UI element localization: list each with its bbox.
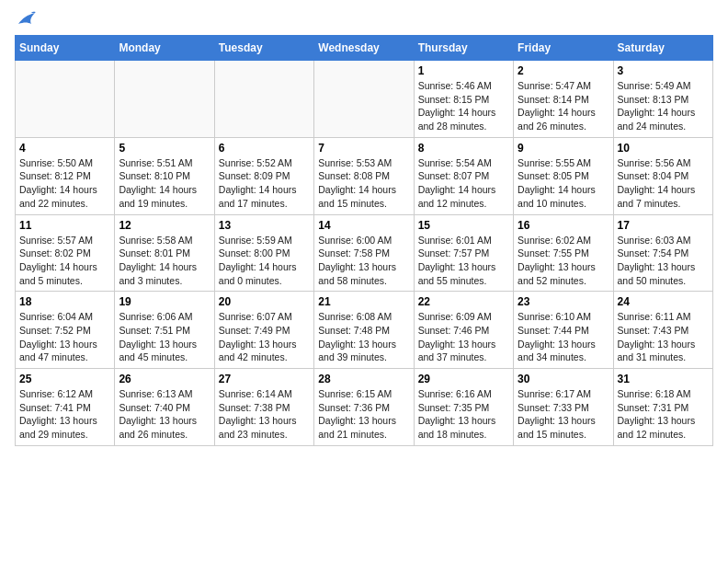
day-info: Sunrise: 5:55 AM Sunset: 8:05 PM Dayligh… bbox=[518, 156, 609, 211]
weekday-header: Wednesday bbox=[314, 36, 414, 61]
calendar-cell: 31Sunrise: 6:18 AM Sunset: 7:31 PM Dayli… bbox=[613, 369, 712, 446]
day-number: 26 bbox=[119, 373, 210, 385]
calendar-week-row: 4Sunrise: 5:50 AM Sunset: 8:12 PM Daylig… bbox=[16, 137, 713, 214]
weekday-header: Thursday bbox=[414, 36, 513, 61]
day-number: 3 bbox=[618, 64, 709, 77]
day-number: 23 bbox=[518, 295, 609, 308]
calendar-header-row: SundayMondayTuesdayWednesdayThursdayFrid… bbox=[16, 36, 713, 61]
calendar-cell: 12Sunrise: 5:58 AM Sunset: 8:01 PM Dayli… bbox=[115, 214, 214, 292]
calendar-cell: 9Sunrise: 5:55 AM Sunset: 8:05 PM Daylig… bbox=[514, 137, 613, 214]
day-info: Sunrise: 5:57 AM Sunset: 8:02 PM Dayligh… bbox=[19, 234, 110, 288]
day-number: 24 bbox=[618, 295, 709, 308]
calendar-cell bbox=[115, 61, 214, 138]
day-info: Sunrise: 6:04 AM Sunset: 7:52 PM Dayligh… bbox=[19, 310, 110, 364]
day-number: 11 bbox=[19, 219, 110, 232]
weekday-header: Sunday bbox=[16, 36, 115, 61]
day-info: Sunrise: 5:56 AM Sunset: 8:04 PM Dayligh… bbox=[618, 156, 709, 211]
day-number: 16 bbox=[518, 219, 609, 232]
calendar-week-row: 25Sunrise: 6:12 AM Sunset: 7:41 PM Dayli… bbox=[16, 369, 713, 446]
calendar-cell: 27Sunrise: 6:14 AM Sunset: 7:38 PM Dayli… bbox=[214, 369, 313, 446]
day-info: Sunrise: 5:49 AM Sunset: 8:13 PM Dayligh… bbox=[618, 79, 709, 133]
calendar-cell bbox=[16, 61, 115, 138]
day-number: 19 bbox=[119, 295, 210, 308]
calendar-cell: 18Sunrise: 6:04 AM Sunset: 7:52 PM Dayli… bbox=[16, 292, 115, 369]
weekday-header: Friday bbox=[514, 36, 613, 61]
day-info: Sunrise: 6:18 AM Sunset: 7:31 PM Dayligh… bbox=[618, 387, 709, 442]
calendar-cell: 26Sunrise: 6:13 AM Sunset: 7:40 PM Dayli… bbox=[115, 369, 214, 446]
day-info: Sunrise: 5:54 AM Sunset: 8:07 PM Dayligh… bbox=[418, 156, 509, 211]
day-number: 21 bbox=[318, 295, 409, 308]
day-number: 9 bbox=[518, 142, 609, 155]
calendar-cell: 25Sunrise: 6:12 AM Sunset: 7:41 PM Dayli… bbox=[16, 369, 115, 446]
calendar-cell: 13Sunrise: 5:59 AM Sunset: 8:00 PM Dayli… bbox=[214, 214, 313, 292]
calendar-cell: 7Sunrise: 5:53 AM Sunset: 8:08 PM Daylig… bbox=[314, 137, 414, 214]
day-number: 30 bbox=[518, 373, 609, 385]
calendar-week-row: 11Sunrise: 5:57 AM Sunset: 8:02 PM Dayli… bbox=[16, 214, 713, 292]
day-info: Sunrise: 5:53 AM Sunset: 8:08 PM Dayligh… bbox=[318, 156, 409, 211]
day-number: 15 bbox=[418, 219, 509, 232]
header bbox=[15, 15, 713, 28]
calendar-cell: 4Sunrise: 5:50 AM Sunset: 8:12 PM Daylig… bbox=[16, 137, 115, 214]
calendar-cell: 29Sunrise: 6:16 AM Sunset: 7:35 PM Dayli… bbox=[414, 369, 513, 446]
logo-bird-icon bbox=[17, 11, 37, 28]
calendar-cell: 17Sunrise: 6:03 AM Sunset: 7:54 PM Dayli… bbox=[613, 214, 712, 292]
day-number: 10 bbox=[618, 142, 709, 155]
day-number: 18 bbox=[19, 295, 110, 308]
day-number: 5 bbox=[119, 142, 210, 155]
calendar-cell: 5Sunrise: 5:51 AM Sunset: 8:10 PM Daylig… bbox=[115, 137, 214, 214]
weekday-header: Monday bbox=[115, 36, 214, 61]
calendar-cell bbox=[314, 61, 414, 138]
day-number: 6 bbox=[219, 142, 310, 155]
day-number: 17 bbox=[618, 219, 709, 232]
day-info: Sunrise: 6:06 AM Sunset: 7:51 PM Dayligh… bbox=[119, 310, 210, 364]
day-number: 4 bbox=[19, 142, 110, 155]
day-number: 29 bbox=[418, 373, 509, 385]
day-info: Sunrise: 6:02 AM Sunset: 7:55 PM Dayligh… bbox=[518, 234, 609, 288]
calendar-cell: 24Sunrise: 6:11 AM Sunset: 7:43 PM Dayli… bbox=[613, 292, 712, 369]
day-number: 28 bbox=[318, 373, 409, 385]
calendar-week-row: 1Sunrise: 5:46 AM Sunset: 8:15 PM Daylig… bbox=[16, 61, 713, 138]
day-number: 27 bbox=[219, 373, 310, 385]
day-info: Sunrise: 6:10 AM Sunset: 7:44 PM Dayligh… bbox=[518, 310, 609, 364]
day-number: 14 bbox=[318, 219, 409, 232]
weekday-header: Tuesday bbox=[214, 36, 313, 61]
calendar-cell: 11Sunrise: 5:57 AM Sunset: 8:02 PM Dayli… bbox=[16, 214, 115, 292]
day-number: 7 bbox=[318, 142, 409, 155]
calendar-cell: 10Sunrise: 5:56 AM Sunset: 8:04 PM Dayli… bbox=[613, 137, 712, 214]
day-number: 2 bbox=[518, 64, 609, 77]
day-info: Sunrise: 6:03 AM Sunset: 7:54 PM Dayligh… bbox=[618, 234, 709, 288]
day-info: Sunrise: 6:09 AM Sunset: 7:46 PM Dayligh… bbox=[418, 310, 509, 364]
calendar-cell: 14Sunrise: 6:00 AM Sunset: 7:58 PM Dayli… bbox=[314, 214, 414, 292]
day-number: 8 bbox=[418, 142, 509, 155]
day-info: Sunrise: 6:13 AM Sunset: 7:40 PM Dayligh… bbox=[119, 387, 210, 442]
day-info: Sunrise: 6:16 AM Sunset: 7:35 PM Dayligh… bbox=[418, 387, 509, 442]
calendar-cell: 22Sunrise: 6:09 AM Sunset: 7:46 PM Dayli… bbox=[414, 292, 513, 369]
calendar-cell: 8Sunrise: 5:54 AM Sunset: 8:07 PM Daylig… bbox=[414, 137, 513, 214]
day-info: Sunrise: 5:58 AM Sunset: 8:01 PM Dayligh… bbox=[119, 234, 210, 288]
day-info: Sunrise: 5:52 AM Sunset: 8:09 PM Dayligh… bbox=[219, 156, 310, 211]
calendar-cell: 3Sunrise: 5:49 AM Sunset: 8:13 PM Daylig… bbox=[613, 61, 712, 138]
calendar-cell: 6Sunrise: 5:52 AM Sunset: 8:09 PM Daylig… bbox=[214, 137, 313, 214]
calendar: SundayMondayTuesdayWednesdayThursdayFrid… bbox=[15, 35, 713, 446]
calendar-cell: 2Sunrise: 5:47 AM Sunset: 8:14 PM Daylig… bbox=[514, 61, 613, 138]
day-info: Sunrise: 5:50 AM Sunset: 8:12 PM Dayligh… bbox=[19, 156, 110, 211]
day-info: Sunrise: 6:12 AM Sunset: 7:41 PM Dayligh… bbox=[19, 387, 110, 442]
calendar-cell: 19Sunrise: 6:06 AM Sunset: 7:51 PM Dayli… bbox=[115, 292, 214, 369]
day-info: Sunrise: 6:15 AM Sunset: 7:36 PM Dayligh… bbox=[318, 387, 409, 442]
day-info: Sunrise: 6:01 AM Sunset: 7:57 PM Dayligh… bbox=[418, 234, 509, 288]
day-info: Sunrise: 6:08 AM Sunset: 7:48 PM Dayligh… bbox=[318, 310, 409, 364]
day-info: Sunrise: 6:14 AM Sunset: 7:38 PM Dayligh… bbox=[219, 387, 310, 442]
day-number: 1 bbox=[418, 64, 509, 77]
day-info: Sunrise: 5:59 AM Sunset: 8:00 PM Dayligh… bbox=[219, 234, 310, 288]
calendar-cell: 30Sunrise: 6:17 AM Sunset: 7:33 PM Dayli… bbox=[514, 369, 613, 446]
day-number: 31 bbox=[618, 373, 709, 385]
day-number: 20 bbox=[219, 295, 310, 308]
calendar-cell: 1Sunrise: 5:46 AM Sunset: 8:15 PM Daylig… bbox=[414, 61, 513, 138]
calendar-cell bbox=[214, 61, 313, 138]
day-info: Sunrise: 6:11 AM Sunset: 7:43 PM Dayligh… bbox=[618, 310, 709, 364]
calendar-cell: 21Sunrise: 6:08 AM Sunset: 7:48 PM Dayli… bbox=[314, 292, 414, 369]
day-info: Sunrise: 6:07 AM Sunset: 7:49 PM Dayligh… bbox=[219, 310, 310, 364]
calendar-cell: 23Sunrise: 6:10 AM Sunset: 7:44 PM Dayli… bbox=[514, 292, 613, 369]
weekday-header: Saturday bbox=[613, 36, 712, 61]
calendar-week-row: 18Sunrise: 6:04 AM Sunset: 7:52 PM Dayli… bbox=[16, 292, 713, 369]
